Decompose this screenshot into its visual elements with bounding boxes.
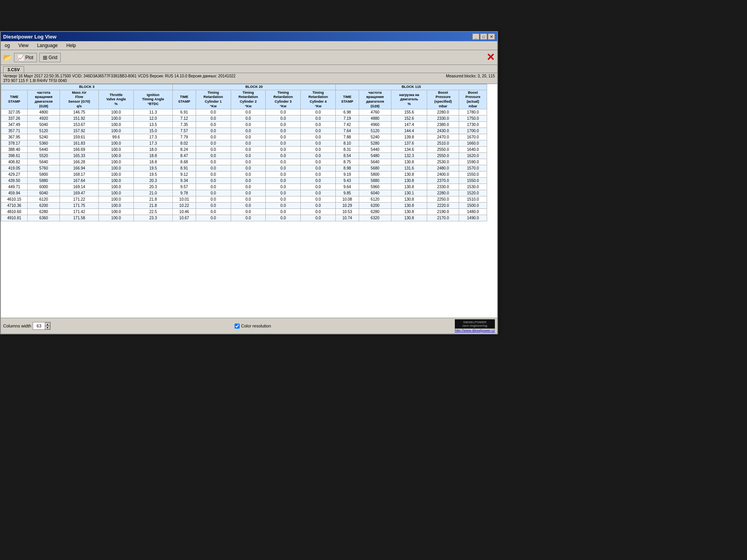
dieselpower-branding: DIESELPOWER race engineering http://www.…	[455, 319, 495, 332]
table-cell: 6120	[359, 196, 391, 203]
table-cell: 2280.0	[427, 109, 459, 116]
table-cell: 8.68	[173, 159, 196, 165]
table-cell: 100.0	[98, 190, 133, 196]
table-cell: 20.3	[133, 178, 172, 184]
menu-item-log[interactable]: og	[2, 42, 12, 49]
table-cell: 10.53	[336, 209, 359, 215]
table-cell: 4880	[359, 116, 391, 122]
table-cell: 10.29	[336, 203, 359, 209]
table-cell: 17.3	[133, 140, 172, 147]
table-cell: 0.0	[231, 128, 266, 134]
table-cell: 5480	[359, 153, 391, 159]
tab-csv[interactable]: 3.CSV	[3, 66, 24, 73]
table-cell: 134.6	[391, 147, 427, 153]
spinner-up-button[interactable]: ▲	[45, 322, 50, 326]
maximize-button[interactable]: □	[480, 33, 487, 40]
table-cell: 2170.0	[427, 215, 459, 221]
table-row: 367.955240159.6199.617.37.790.00.00.00.0…	[1, 134, 487, 140]
table-cell: 17.3	[133, 134, 172, 140]
table-cell: 171.42	[60, 209, 98, 215]
grid-button[interactable]: ⊞ Grid	[39, 53, 61, 62]
table-cell: 10.67	[173, 215, 196, 221]
table-cell: 137.6	[391, 140, 427, 147]
table-cell: 144.4	[391, 128, 427, 134]
plot-button[interactable]: 📈 Plot	[14, 53, 37, 62]
table-cell: 0.0	[196, 122, 231, 128]
table-cell: 100.0	[98, 140, 133, 147]
table-cell: 0.0	[231, 122, 266, 128]
columns-width-input[interactable]	[33, 324, 45, 328]
table-cell: 18.0	[133, 147, 172, 153]
col-header-10: TIMESTAMP	[336, 90, 359, 109]
table-cell: 459.94	[1, 190, 28, 196]
table-cell: 1730.0	[459, 122, 487, 128]
table-cell: 6.91	[173, 109, 196, 116]
menu-item-help[interactable]: Help	[64, 42, 79, 49]
spinner-down-button[interactable]: ▼	[45, 326, 50, 329]
table-row: 459.946040169.47100.021.09.780.00.00.00.…	[1, 190, 487, 196]
col-header-12: нагрузка надвигатель%	[391, 90, 427, 109]
table-cell: 18.8	[133, 159, 172, 165]
table-cell: 12.0	[133, 116, 172, 122]
table-cell: 10.22	[173, 203, 196, 209]
table-cell: 7.42	[336, 122, 359, 128]
menu-item-view[interactable]: View	[16, 42, 31, 49]
table-cell: 130.8	[391, 209, 427, 215]
table-cell: 8.91	[173, 165, 196, 172]
table-cell: 7.64	[336, 128, 359, 134]
table-row: 337.264920151.92100.012.07.120.00.00.00.…	[1, 116, 487, 122]
table-cell: 2190.0	[427, 209, 459, 215]
close-button[interactable]: ✕	[488, 33, 495, 40]
color-resolution-control: Color resolution	[235, 324, 271, 329]
table-cell: 130.8	[391, 172, 427, 178]
table-cell: 169.47	[60, 190, 98, 196]
table-cell: 0.0	[301, 128, 336, 134]
window-title: Dieselpower Log View	[3, 34, 56, 40]
table-cell: 166.94	[60, 165, 98, 172]
table-cell: 7.88	[336, 134, 359, 140]
table-cell: 0.0	[231, 209, 266, 215]
table-cell: 166.69	[60, 147, 98, 153]
table-cell: 11.3	[133, 109, 172, 116]
table-cell: 100.0	[98, 109, 133, 116]
table-cell: 0.0	[231, 172, 266, 178]
table-cell: 0.0	[301, 215, 336, 221]
table-row: 429.275800168.17100.019.59.120.00.00.00.…	[1, 172, 487, 178]
table-cell: 0.0	[266, 159, 301, 165]
table-cell: 18.8	[133, 153, 172, 159]
table-cell: 2250.0	[427, 196, 459, 203]
table-cell: 10.08	[336, 196, 359, 203]
table-row: 4610.156120171.22100.021.810.010.00.00.0…	[1, 196, 487, 203]
minimize-button[interactable]: _	[472, 33, 479, 40]
table-cell: 5880	[359, 178, 391, 184]
corner-close-icon[interactable]: ✕	[486, 51, 495, 63]
table-row: 4710.366200171.75100.021.810.220.00.00.0…	[1, 203, 487, 209]
table-cell: 5760	[28, 165, 60, 172]
table-cell: 398.61	[1, 153, 28, 159]
content-area[interactable]: BLOCK 3 BLOCK 20 BLOCK 115 TIMESTAMP час…	[1, 84, 497, 320]
table-cell: 100.0	[98, 147, 133, 153]
table-cell: 0.0	[266, 134, 301, 140]
info-bar: Четверг 16 Март 2017 22:50:35.17500 VCID…	[1, 73, 497, 84]
table-cell: 100.0	[98, 172, 133, 178]
table-cell: 9.78	[173, 190, 196, 196]
dieselpower-url[interactable]: http://www.dieselpower.cz	[455, 329, 495, 332]
table-cell: 0.0	[196, 203, 231, 209]
table-cell: 100.0	[98, 215, 133, 221]
table-cell: 0.0	[231, 134, 266, 140]
table-cell: 166.28	[60, 159, 98, 165]
table-cell: 0.0	[301, 203, 336, 209]
table-cell: 0.0	[196, 116, 231, 122]
table-cell: 171.22	[60, 196, 98, 203]
col-header-1: частотавращениядвигателя(G28)	[28, 90, 60, 109]
table-cell: 130.8	[391, 196, 427, 203]
table-cell: 8.47	[173, 153, 196, 159]
title-bar-buttons: _ □ ✕	[472, 33, 495, 40]
table-cell: 7.12	[173, 116, 196, 122]
table-cell: 1780.0	[459, 109, 487, 116]
color-resolution-checkbox[interactable]	[235, 324, 240, 329]
plot-icon: 📈	[18, 54, 24, 61]
menu-item-language[interactable]: Language	[35, 42, 60, 49]
info-line2: 3T0 907 115 F 1.8l R4/4V TFSI 0040	[3, 79, 495, 83]
table-cell: 0.0	[196, 190, 231, 196]
